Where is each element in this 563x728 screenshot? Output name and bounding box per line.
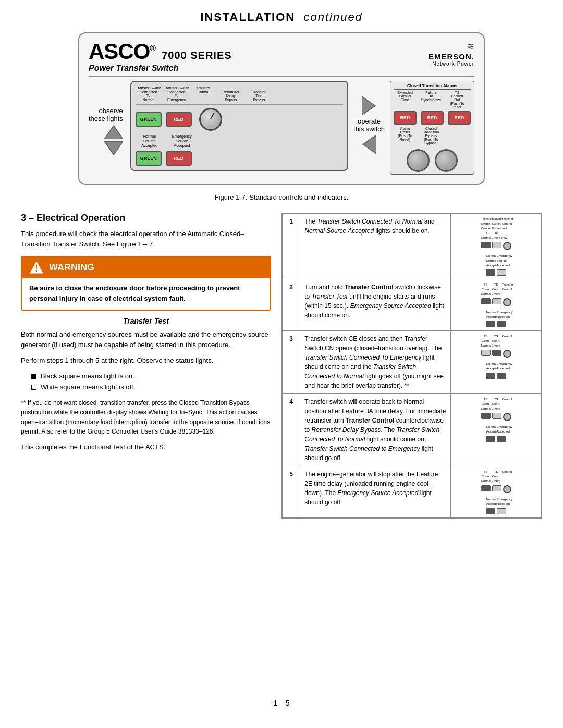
alarm-red-2: RED <box>421 111 444 125</box>
alarm-round-btn-1[interactable] <box>407 149 430 172</box>
left-col: 3 – Electrical Operation This procedure … <box>21 213 271 519</box>
step-desc-1: The Transfer Switch Connected To Normal … <box>300 214 451 279</box>
step-diagram-2: TS Conn. Normal TS Conn. Emerg. Transfer… <box>451 279 542 331</box>
mini-btn-light-5 <box>497 508 506 514</box>
rotary-knob-line <box>210 112 215 119</box>
alarm-btn-3-group: RED <box>448 111 471 125</box>
observe-label: observethese lights <box>89 107 123 122</box>
arrow-down-icon <box>104 141 123 156</box>
section-heading: 3 – Electrical Operation <box>21 213 271 224</box>
mini-btn-3b <box>492 350 501 356</box>
brand-pts: Power Transfer Switch <box>89 64 232 73</box>
mini-rotary-4 <box>501 411 513 423</box>
step-row-4: 4 Transfer switch will operate back to N… <box>283 394 542 466</box>
header-right-group: RetransferDelayBypass TransferTestBypass <box>218 90 272 102</box>
alarm-red-1: RED <box>394 111 417 125</box>
emerson-sub: Network Power <box>429 61 474 67</box>
extended-parallel-label: ExtendedParallelTime <box>394 91 417 109</box>
alarm-btn-1-group: RED <box>394 111 417 125</box>
col-label-normal: Transfer SwitchConnectedToNormal <box>136 86 162 102</box>
green-bottom-group: GREEN <box>136 151 162 166</box>
svg-marker-1 <box>104 141 123 155</box>
step-num-4: 4 <box>283 394 300 466</box>
figure-caption: Figure 1-7. Standard controls and indica… <box>21 193 542 201</box>
mini-panel-3: TS Conn. Normal TS Conn. Emerg. Control <box>455 334 537 379</box>
brand-series: 7000 SERIES <box>162 50 231 61</box>
mini-bottom-row-3 <box>486 373 506 379</box>
arrow-up-icon <box>104 125 123 139</box>
brand-asco: ASCO® <box>89 41 155 63</box>
mini-bottom-row-2 <box>486 321 506 327</box>
bullet-filled-icon <box>31 374 36 379</box>
observe-label-area: observethese lights <box>89 81 125 156</box>
mini-btn-2b <box>492 298 501 304</box>
arrow-left-icon <box>362 135 376 154</box>
mini-bottom-row-1 <box>486 269 506 276</box>
step-num-2: 2 <box>283 279 300 331</box>
page-header: INSTALLATION continued <box>21 10 542 24</box>
step-num-1: 1 <box>283 214 300 279</box>
green-top-group: GREEN <box>136 112 162 127</box>
col-label-retransfer: RetransferDelayBypass <box>218 90 244 102</box>
mini-rotary-5 <box>503 485 511 493</box>
main-content: 3 – Electrical Operation This procedure … <box>21 213 542 519</box>
step-row-5: 5 The engine–generator will stop after t… <box>283 466 542 518</box>
step-diagram-5: TS Conn. Normal TS Conn. Emerg. Control <box>451 466 542 518</box>
header-title: INSTALLATION <box>200 10 295 23</box>
panel-controls-area: observethese lights Transfer SwitchConne… <box>89 81 474 175</box>
alarm-btn-2-group: RED <box>421 111 444 125</box>
mini-bottom-row-5 <box>486 508 506 514</box>
mini-btn-4a <box>481 413 491 419</box>
right-col: 1 The Transfer Switch Connected To Norma… <box>282 213 542 519</box>
mini-panel-4: TS Conn. Normal TS Conn. Emerg. Control <box>455 397 537 442</box>
arrow-right-icon <box>362 96 376 115</box>
alarm-round-btn-2[interactable] <box>435 149 458 172</box>
step-diagram-4: TS Conn. Normal TS Conn. Emerg. Control <box>451 394 542 466</box>
mini-btn-3a <box>481 350 491 356</box>
step-desc-5: The engine–generator will stop after the… <box>300 466 451 518</box>
mini-btn-dark-1 <box>481 242 491 248</box>
red-bottom-group: RED <box>166 151 192 166</box>
page: INSTALLATION continued ASCO® 7000 SERIES… <box>0 0 563 728</box>
header-left-group: Transfer SwitchConnectedToNormal Transfe… <box>136 86 215 102</box>
bullet-list: Black square means light is on. White sq… <box>31 371 271 393</box>
mini-btn-dark-5 <box>486 508 495 514</box>
mini-btn-dark-3b <box>497 373 506 379</box>
bullet-item-1: Black square means light is on. <box>31 371 271 382</box>
steps-table: 1 The Transfer Switch Connected To Norma… <box>282 213 542 518</box>
mini-panel-5: TS Conn. Normal TS Conn. Emerg. Control <box>455 470 537 514</box>
svg-marker-0 <box>104 126 123 139</box>
step-desc-2: Turn and hold Transfer Control switch cl… <box>300 279 451 331</box>
svg-marker-3 <box>363 135 376 154</box>
normal-label: NormalSourceAccepted <box>136 134 164 148</box>
header-subtitle: continued <box>303 10 362 23</box>
step-num-3: 3 <box>283 331 300 394</box>
mini-top-row-4 <box>481 413 511 421</box>
closing-text: This completes the Functional Test of th… <box>21 442 271 452</box>
green-bottom-light: GREEN <box>136 151 162 166</box>
step-diagram-3: TS Conn. Normal TS Conn. Emerg. Control <box>451 331 542 394</box>
transfer-test-heading: Transfer Test <box>21 317 271 325</box>
failure-sync-label: FailureToSynchronize <box>420 91 443 109</box>
panel-divider <box>89 76 474 77</box>
operate-label-area: operatethis switch <box>353 81 385 154</box>
bullet-empty-icon <box>31 385 36 390</box>
panel-board: Transfer SwitchConnectedToNormal Transfe… <box>130 81 348 171</box>
alarm-reset-label: AlarmReset(Push To Reset) <box>394 127 417 145</box>
panel-top: ASCO® 7000 SERIES Power Transfer Switch … <box>89 41 474 73</box>
rotary-switch[interactable] <box>199 108 222 131</box>
warning-body: Be sure to close the enclosure door befo… <box>22 278 270 309</box>
rotary-area[interactable] <box>199 108 222 131</box>
alarm-red-3: RED <box>448 111 471 125</box>
closed-bypass-label: ClosedTransitionBypass(Push To Bypass) <box>420 127 443 145</box>
step-row-1: 1 The Transfer Switch Connected To Norma… <box>283 214 542 279</box>
panel-header-labels: Transfer SwitchConnectedToNormal Transfe… <box>136 86 343 105</box>
mini-btn-dark-4 <box>486 436 495 442</box>
bullet-item-2: White square means light is off. <box>31 382 271 393</box>
mini-panel-2: TS Conn. Normal TS Conn. Emerg. Transfer… <box>455 282 537 327</box>
mini-btn-light-bottom-1 <box>497 269 506 276</box>
svg-text:!: ! <box>35 264 38 273</box>
warning-box: ! WARNING Be sure to close the enclosure… <box>21 256 271 310</box>
emerson-logo: ≋ EMERSON. Network Power <box>429 41 474 67</box>
mini-btn-5b <box>492 485 501 491</box>
